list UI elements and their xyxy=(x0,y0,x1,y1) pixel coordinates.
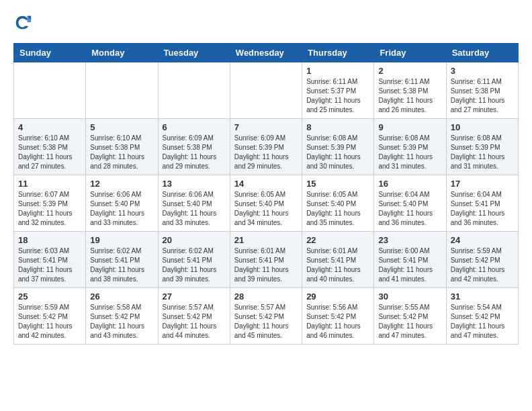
page-header xyxy=(13,13,519,32)
calendar-cell: 12Sunrise: 6:06 AM Sunset: 5:40 PM Dayli… xyxy=(86,175,158,232)
day-number: 17 xyxy=(451,179,514,189)
calendar-cell: 14Sunrise: 6:05 AM Sunset: 5:40 PM Dayli… xyxy=(230,175,302,232)
day-number: 16 xyxy=(378,179,441,189)
calendar-cell: 28Sunrise: 5:57 AM Sunset: 5:42 PM Dayli… xyxy=(230,288,302,345)
day-info: Sunrise: 6:11 AM Sunset: 5:38 PM Dayligh… xyxy=(378,77,441,115)
day-info: Sunrise: 6:11 AM Sunset: 5:37 PM Dayligh… xyxy=(306,77,369,115)
calendar-cell: 1Sunrise: 6:11 AM Sunset: 5:37 PM Daylig… xyxy=(302,62,374,119)
weekday-header-tuesday: Tuesday xyxy=(158,44,230,62)
calendar-cell: 19Sunrise: 6:02 AM Sunset: 5:41 PM Dayli… xyxy=(86,232,158,288)
calendar-week-row: 25Sunrise: 5:59 AM Sunset: 5:42 PM Dayli… xyxy=(14,288,519,345)
day-number: 13 xyxy=(163,179,226,189)
calendar-cell: 17Sunrise: 6:04 AM Sunset: 5:41 PM Dayli… xyxy=(446,175,518,232)
weekday-header-wednesday: Wednesday xyxy=(230,44,302,62)
day-number: 1 xyxy=(306,66,369,76)
calendar-cell: 6Sunrise: 6:09 AM Sunset: 5:38 PM Daylig… xyxy=(158,119,230,175)
calendar-cell: 8Sunrise: 6:08 AM Sunset: 5:39 PM Daylig… xyxy=(302,119,374,175)
day-number: 26 xyxy=(90,291,153,302)
calendar-cell: 2Sunrise: 6:11 AM Sunset: 5:38 PM Daylig… xyxy=(374,62,446,119)
day-info: Sunrise: 6:01 AM Sunset: 5:41 PM Dayligh… xyxy=(306,246,369,284)
day-info: Sunrise: 5:54 AM Sunset: 5:42 PM Dayligh… xyxy=(451,303,514,340)
day-number: 12 xyxy=(90,179,153,189)
day-number: 3 xyxy=(451,66,514,76)
day-number: 29 xyxy=(306,291,369,302)
day-info: Sunrise: 6:06 AM Sunset: 5:40 PM Dayligh… xyxy=(90,190,153,228)
day-number: 4 xyxy=(18,122,81,132)
weekday-header-friday: Friday xyxy=(374,44,446,62)
day-number: 25 xyxy=(18,291,81,302)
day-number: 18 xyxy=(18,235,81,245)
day-number: 30 xyxy=(378,291,441,302)
calendar-cell xyxy=(230,62,302,119)
day-info: Sunrise: 6:09 AM Sunset: 5:38 PM Dayligh… xyxy=(163,134,226,171)
calendar-week-row: 4Sunrise: 6:10 AM Sunset: 5:38 PM Daylig… xyxy=(14,119,519,175)
calendar-cell: 13Sunrise: 6:06 AM Sunset: 5:40 PM Dayli… xyxy=(158,175,230,232)
day-number: 10 xyxy=(451,122,514,132)
calendar-cell: 29Sunrise: 5:56 AM Sunset: 5:42 PM Dayli… xyxy=(302,288,374,345)
calendar-cell: 10Sunrise: 6:08 AM Sunset: 5:39 PM Dayli… xyxy=(446,119,518,175)
calendar-cell: 15Sunrise: 6:05 AM Sunset: 5:40 PM Dayli… xyxy=(302,175,374,232)
calendar-cell: 20Sunrise: 6:02 AM Sunset: 5:41 PM Dayli… xyxy=(158,232,230,288)
day-number: 9 xyxy=(378,122,441,132)
day-number: 21 xyxy=(234,235,298,245)
calendar-cell: 26Sunrise: 5:58 AM Sunset: 5:42 PM Dayli… xyxy=(86,288,158,345)
calendar-cell: 7Sunrise: 6:09 AM Sunset: 5:39 PM Daylig… xyxy=(230,119,302,175)
calendar-cell: 24Sunrise: 5:59 AM Sunset: 5:42 PM Dayli… xyxy=(446,232,518,288)
day-number: 2 xyxy=(378,66,441,76)
day-number: 6 xyxy=(163,122,226,132)
day-info: Sunrise: 6:08 AM Sunset: 5:39 PM Dayligh… xyxy=(306,134,369,171)
day-info: Sunrise: 5:57 AM Sunset: 5:42 PM Dayligh… xyxy=(163,303,226,340)
day-number: 20 xyxy=(163,235,226,245)
calendar-cell xyxy=(158,62,230,119)
calendar-cell: 23Sunrise: 6:00 AM Sunset: 5:41 PM Dayli… xyxy=(374,232,446,288)
calendar-cell: 22Sunrise: 6:01 AM Sunset: 5:41 PM Dayli… xyxy=(302,232,374,288)
calendar-cell: 3Sunrise: 6:11 AM Sunset: 5:38 PM Daylig… xyxy=(446,62,518,119)
day-info: Sunrise: 6:07 AM Sunset: 5:39 PM Dayligh… xyxy=(18,190,81,228)
calendar-cell: 9Sunrise: 6:08 AM Sunset: 5:39 PM Daylig… xyxy=(374,119,446,175)
weekday-header-saturday: Saturday xyxy=(446,44,518,62)
day-info: Sunrise: 5:59 AM Sunset: 5:42 PM Dayligh… xyxy=(451,246,514,284)
day-info: Sunrise: 5:57 AM Sunset: 5:42 PM Dayligh… xyxy=(234,303,298,340)
weekday-header-row: SundayMondayTuesdayWednesdayThursdayFrid… xyxy=(14,44,519,62)
calendar-cell: 11Sunrise: 6:07 AM Sunset: 5:39 PM Dayli… xyxy=(14,175,86,232)
calendar-cell: 21Sunrise: 6:01 AM Sunset: 5:41 PM Dayli… xyxy=(230,232,302,288)
day-number: 15 xyxy=(306,179,369,189)
day-info: Sunrise: 6:02 AM Sunset: 5:41 PM Dayligh… xyxy=(163,246,226,284)
day-number: 5 xyxy=(90,122,153,132)
day-info: Sunrise: 6:08 AM Sunset: 5:39 PM Dayligh… xyxy=(451,134,514,171)
day-info: Sunrise: 6:08 AM Sunset: 5:39 PM Dayligh… xyxy=(378,134,441,171)
calendar-week-row: 11Sunrise: 6:07 AM Sunset: 5:39 PM Dayli… xyxy=(14,175,519,232)
day-number: 19 xyxy=(90,235,153,245)
day-number: 22 xyxy=(306,235,369,245)
weekday-header-thursday: Thursday xyxy=(302,44,374,62)
day-info: Sunrise: 6:00 AM Sunset: 5:41 PM Dayligh… xyxy=(378,246,441,284)
day-info: Sunrise: 6:03 AM Sunset: 5:41 PM Dayligh… xyxy=(18,246,81,284)
day-number: 23 xyxy=(378,235,441,245)
day-info: Sunrise: 6:10 AM Sunset: 5:38 PM Dayligh… xyxy=(18,134,81,171)
day-number: 14 xyxy=(234,179,298,189)
logo-icon xyxy=(13,13,32,32)
calendar-cell xyxy=(86,62,158,119)
day-info: Sunrise: 5:55 AM Sunset: 5:42 PM Dayligh… xyxy=(378,303,441,340)
weekday-header-sunday: Sunday xyxy=(14,44,86,62)
day-info: Sunrise: 6:06 AM Sunset: 5:40 PM Dayligh… xyxy=(163,190,226,228)
day-info: Sunrise: 6:05 AM Sunset: 5:40 PM Dayligh… xyxy=(306,190,369,228)
day-info: Sunrise: 6:01 AM Sunset: 5:41 PM Dayligh… xyxy=(234,246,298,284)
calendar-cell xyxy=(14,62,86,119)
day-number: 11 xyxy=(18,179,81,189)
logo xyxy=(13,13,35,32)
day-number: 8 xyxy=(306,122,369,132)
day-number: 28 xyxy=(234,291,298,302)
calendar-cell: 18Sunrise: 6:03 AM Sunset: 5:41 PM Dayli… xyxy=(14,232,86,288)
day-info: Sunrise: 6:11 AM Sunset: 5:38 PM Dayligh… xyxy=(451,77,514,115)
day-info: Sunrise: 5:56 AM Sunset: 5:42 PM Dayligh… xyxy=(306,303,369,340)
day-number: 7 xyxy=(234,122,298,132)
day-number: 31 xyxy=(451,291,514,302)
calendar-cell: 31Sunrise: 5:54 AM Sunset: 5:42 PM Dayli… xyxy=(446,288,518,345)
calendar-cell: 5Sunrise: 6:10 AM Sunset: 5:38 PM Daylig… xyxy=(86,119,158,175)
weekday-header-monday: Monday xyxy=(86,44,158,62)
calendar-week-row: 1Sunrise: 6:11 AM Sunset: 5:37 PM Daylig… xyxy=(14,62,519,119)
calendar-cell: 25Sunrise: 5:59 AM Sunset: 5:42 PM Dayli… xyxy=(14,288,86,345)
day-number: 24 xyxy=(451,235,514,245)
calendar-table: SundayMondayTuesdayWednesdayThursdayFrid… xyxy=(13,43,519,345)
